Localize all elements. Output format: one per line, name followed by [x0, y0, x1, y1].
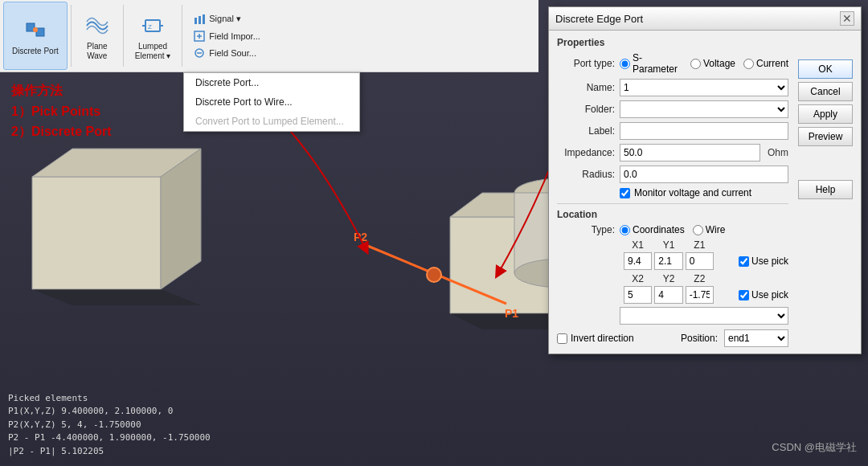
svg-rect-23 — [194, 18, 197, 24]
folder-row: Folder: — [557, 100, 788, 118]
radio-s-parameter-label: S-Parameter — [633, 52, 682, 75]
ok-button[interactable]: OK — [798, 59, 853, 79]
divider-3 — [182, 5, 182, 67]
convert-port-label: Convert Port to Lumped Element... — [195, 116, 344, 127]
radio-s-parameter[interactable]: S-Parameter — [620, 52, 682, 75]
bottom-row: Invert direction Position: end1 — [557, 329, 788, 347]
radio-coordinates-input[interactable] — [620, 225, 630, 235]
radio-wire-label: Wire — [706, 224, 726, 235]
toolbar: Discrete Port PlaneWave Z LumpedElement … — [0, 0, 538, 72]
name-label: Name: — [557, 82, 615, 93]
preview-button[interactable]: Preview — [798, 127, 853, 146]
z1-header: Z1 — [686, 239, 714, 251]
impedance-unit: Ohm — [768, 147, 788, 158]
x2-input[interactable] — [624, 286, 652, 304]
radio-voltage-input[interactable] — [690, 59, 701, 69]
extra-select[interactable] — [620, 307, 788, 325]
radio-s-parameter-input[interactable] — [620, 59, 630, 69]
radio-wire[interactable]: Wire — [693, 224, 726, 235]
bottom-info: Picked elements P1(X,Y,Z) 9.400000, 2.10… — [8, 392, 211, 459]
dropdown-discrete-port[interactable]: Discrete Port... — [184, 73, 359, 92]
watermark: CSDN @电磁学社 — [772, 440, 857, 455]
port-type-radio-group: S-Parameter Voltage Current — [620, 52, 788, 75]
radio-coordinates[interactable]: Coordinates — [620, 224, 685, 235]
radio-voltage[interactable]: Voltage — [690, 58, 735, 69]
use-pick1-label: Use pick — [751, 255, 788, 267]
section-divider — [557, 203, 788, 204]
use-pick2-checkbox[interactable] — [739, 290, 749, 300]
discrete-port-to-wire-label: Discrete Port to Wire... — [195, 96, 293, 108]
position-select[interactable]: end1 — [724, 329, 788, 347]
toolbar-right-group: Signal ▾ Field Impor... Field Sour... — [186, 2, 268, 70]
z2-input[interactable] — [686, 286, 714, 304]
label-input[interactable] — [620, 122, 788, 140]
x1-header: X1 — [624, 239, 652, 251]
discrete-port-menu-label: Discrete Port... — [195, 77, 259, 88]
use-pick2-label: Use pick — [751, 289, 788, 300]
radius-input[interactable] — [620, 166, 788, 183]
location-type-label: Type: — [557, 224, 615, 235]
monitor-row: Monitor voltage and current — [620, 187, 788, 198]
use-pick1-checkbox[interactable] — [739, 256, 749, 267]
name-select[interactable]: 1 — [620, 79, 788, 96]
label-row: Label: — [557, 122, 788, 140]
svg-point-18 — [33, 27, 38, 32]
dialog-close-button[interactable]: ✕ — [840, 11, 854, 26]
svg-rect-24 — [199, 16, 201, 24]
coords-header: X1 Y1 Z1 — [557, 239, 788, 251]
z1-input[interactable] — [686, 252, 714, 270]
help-button[interactable]: Help — [798, 180, 853, 199]
dropdown-convert-port: Convert Port to Lumped Element... — [184, 112, 359, 131]
p2-p1-dist: |P2 - P1| 5.102205 — [8, 445, 211, 459]
toolbar-btn-lumped-element[interactable]: Z LumpedElement ▾ — [127, 2, 178, 70]
signal-label: Signal ▾ — [209, 14, 241, 24]
apply-button[interactable]: Apply — [798, 104, 853, 124]
folder-select[interactable] — [620, 100, 788, 118]
name-row: Name: 1 — [557, 79, 788, 96]
y1-header: Y1 — [654, 239, 682, 251]
dialog-title: Discrete Edge Port — [555, 13, 643, 25]
dropdown-discrete-port-to-wire[interactable]: Discrete Port to Wire... — [184, 92, 359, 112]
toolbar-btn-discrete-port[interactable]: Discrete Port — [3, 2, 68, 70]
svg-rect-25 — [203, 14, 205, 24]
radius-label: Radius: — [557, 169, 615, 180]
dialog-button-group: OK Cancel Apply Preview — [798, 59, 853, 146]
port-type-label: Port type: — [557, 58, 615, 69]
radio-current-input[interactable] — [743, 59, 754, 69]
use-pick1-container: Use pick — [716, 255, 788, 267]
use-pick2-container: Use pick — [716, 289, 788, 300]
toolbar-item-field-source[interactable]: Field Sour... — [190, 46, 263, 60]
impedance-input[interactable] — [620, 144, 760, 161]
picked-elements-title: Picked elements — [8, 392, 211, 406]
extra-dropdown-row — [557, 307, 788, 325]
field-source-label: Field Sour... — [209, 48, 256, 58]
p1-coord: P1(X,Y,Z) 9.400000, 2.100000, 0 — [8, 405, 211, 419]
toolbar-item-signal[interactable]: Signal ▾ — [190, 12, 263, 27]
radio-current[interactable]: Current — [743, 58, 788, 69]
invert-direction-checkbox[interactable] — [557, 333, 567, 344]
label-label: Label: — [557, 125, 615, 137]
plane-wave-icon — [83, 11, 112, 40]
annotation-step2: 2）Discrete Port — [11, 121, 112, 142]
position-label: Position: — [681, 333, 718, 344]
y2-input[interactable] — [654, 286, 682, 304]
discrete-port-icon — [21, 16, 50, 45]
radio-wire-input[interactable] — [693, 225, 703, 235]
toolbar-item-field-import[interactable]: Field Impor... — [190, 29, 263, 43]
coords-row2: Use pick — [557, 286, 788, 304]
divider-2 — [123, 5, 124, 67]
discrete-port-label: Discrete Port — [12, 47, 59, 56]
monitor-checkbox[interactable] — [620, 188, 630, 198]
toolbar-btn-plane-wave[interactable]: PlaneWave — [75, 2, 120, 70]
x1-input[interactable] — [624, 252, 652, 270]
folder-label: Folder: — [557, 104, 615, 115]
impedance-row: Impedance: Ohm — [557, 144, 788, 161]
z2-header: Z2 — [686, 273, 714, 284]
port-type-row: Port type: S-Parameter Voltage Current — [557, 52, 788, 75]
dialog-body: OK Cancel Apply Preview Properties Port … — [549, 31, 861, 354]
dialog-discrete-edge-port: Discrete Edge Port ✕ OK Cancel Apply Pre… — [548, 6, 862, 354]
radius-row: Radius: — [557, 166, 788, 183]
y1-input[interactable] — [654, 252, 682, 270]
properties-section-label: Properties — [557, 37, 788, 48]
cancel-button[interactable]: Cancel — [798, 82, 853, 101]
